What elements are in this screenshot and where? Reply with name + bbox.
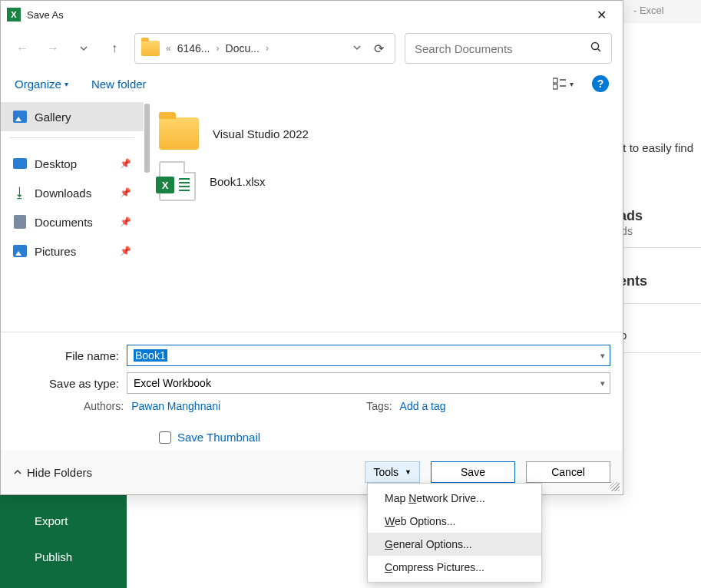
folder-icon <box>141 41 160 56</box>
excel-titlebar-text: - Excel <box>633 5 664 16</box>
dialog-title: Save As <box>27 9 64 21</box>
tools-button[interactable]: Tools ▼ <box>365 461 420 483</box>
pictures-icon <box>13 245 27 257</box>
tools-menu: Map Network Drive... Web Options... Gene… <box>367 483 542 583</box>
hide-folders-button[interactable]: Hide Folders <box>13 466 92 479</box>
backstage-publish[interactable]: Publish <box>35 550 72 563</box>
pin-icon: 📌 <box>120 216 131 227</box>
file-name: Book1.xlsx <box>210 175 266 188</box>
tools-compress-pictures[interactable]: Compress Pictures... <box>368 556 541 579</box>
dialog-titlebar: X Save As ✕ <box>1 1 623 28</box>
sidebar-item-label: Downloads <box>35 187 91 200</box>
sidebar-item-desktop[interactable]: Desktop 📌 <box>1 149 144 178</box>
save-as-dialog: X Save As ✕ ← → ↑ « 6146... › Docu... › … <box>0 0 623 495</box>
bg-divider <box>620 352 701 353</box>
chevron-down-icon: ▾ <box>570 80 574 88</box>
help-button[interactable]: ? <box>592 75 609 92</box>
nav-sidebar: Gallery Desktop 📌 ⭳ Downloads 📌 Document… <box>1 99 144 332</box>
backstage-export[interactable]: Export <box>35 514 68 527</box>
refresh-button[interactable]: ⟳ <box>369 41 389 56</box>
pin-icon: 📌 <box>120 246 131 256</box>
search-box[interactable] <box>405 33 612 64</box>
hide-folders-label: Hide Folders <box>27 466 92 479</box>
filename-input[interactable]: Book1 ▾ <box>127 345 610 366</box>
address-history-button[interactable] <box>349 41 365 55</box>
resize-grip[interactable] <box>610 482 620 491</box>
sidebar-item-gallery[interactable]: Gallery <box>1 102 144 131</box>
excel-file-icon: X <box>159 161 196 201</box>
file-list: Visual Studio 2022 X Book1.xlsx <box>144 99 623 332</box>
filename-value: Book1 <box>134 349 167 362</box>
tools-general-options[interactable]: General Options... <box>368 533 541 556</box>
folder-name: Visual Studio 2022 <box>213 127 309 140</box>
bg-text-hint: it to easily find <box>620 141 693 154</box>
folder-item[interactable]: Visual Studio 2022 <box>159 110 607 157</box>
file-item[interactable]: X Book1.xlsx <box>159 157 607 205</box>
svg-point-0 <box>592 43 599 50</box>
save-form: File name: Book1 ▾ Save as type: Excel W… <box>1 332 623 450</box>
forward-button[interactable]: → <box>42 36 64 61</box>
tools-label: Tools <box>373 466 398 478</box>
sidebar-item-label: Desktop <box>35 157 77 170</box>
new-folder-button[interactable]: New folder <box>91 78 147 91</box>
sidebar-item-label: Gallery <box>35 111 71 124</box>
save-thumbnail-label[interactable]: Save Thumbnail <box>177 431 260 444</box>
sidebar-item-documents[interactable]: Documents 📌 <box>1 207 144 236</box>
authors-label: Authors: <box>84 400 124 412</box>
chevron-down-icon[interactable]: ▾ <box>600 378 605 388</box>
sidebar-item-pictures[interactable]: Pictures 📌 <box>1 236 144 266</box>
bg-divider <box>620 303 701 304</box>
back-button[interactable]: ← <box>12 36 33 61</box>
tags-value[interactable]: Add a tag <box>400 400 446 412</box>
up-button[interactable]: ↑ <box>104 36 125 61</box>
documents-icon <box>14 215 26 229</box>
folder-icon <box>159 117 199 150</box>
search-icon[interactable] <box>590 41 602 56</box>
sidebar-scrollbar[interactable] <box>144 104 150 173</box>
dialog-body: Gallery Desktop 📌 ⭳ Downloads 📌 Document… <box>1 99 623 332</box>
pin-icon: 📌 <box>120 158 131 169</box>
excel-icon: X <box>7 8 21 21</box>
recent-locations-button[interactable] <box>73 36 94 61</box>
sidebar-item-label: Pictures <box>35 245 76 258</box>
svg-rect-3 <box>553 84 557 89</box>
organize-menu[interactable]: Organize ▾ <box>15 78 68 91</box>
savetype-label: Save as type: <box>13 377 127 390</box>
authors-value[interactable]: Pawan Manghnani <box>131 400 220 412</box>
address-bar[interactable]: « 6146... › Docu... › ⟳ <box>134 33 395 64</box>
downloads-icon: ⭳ <box>13 186 27 200</box>
sidebar-divider <box>10 137 134 138</box>
view-icon <box>553 78 567 90</box>
chevron-down-icon[interactable]: ▾ <box>600 351 605 361</box>
sidebar-item-label: Documents <box>35 216 93 229</box>
sidebar-item-downloads[interactable]: ⭳ Downloads 📌 <box>1 178 144 207</box>
gallery-icon <box>13 111 27 123</box>
view-options-button[interactable]: ▾ <box>553 78 574 90</box>
desktop-icon <box>13 158 27 169</box>
chevron-down-icon: ▼ <box>405 468 412 476</box>
organize-label: Organize <box>15 78 61 91</box>
savetype-value: Excel Workbook <box>134 377 211 389</box>
cancel-button[interactable]: Cancel <box>526 461 610 483</box>
pin-icon: 📌 <box>120 187 131 198</box>
save-thumbnail-checkbox[interactable] <box>159 431 171 444</box>
crumb-sep: « <box>166 43 171 54</box>
excel-backstage-sidebar <box>0 495 127 588</box>
filename-label: File name: <box>13 349 127 362</box>
breadcrumb-seg1[interactable]: 6146... <box>177 42 210 55</box>
save-button[interactable]: Save <box>431 461 515 483</box>
chevron-right-icon[interactable]: › <box>266 43 269 54</box>
svg-rect-2 <box>553 78 557 83</box>
tags-label: Tags: <box>366 400 392 412</box>
tools-map-drive[interactable]: Map Network Drive... <box>368 487 541 510</box>
search-input[interactable] <box>415 42 590 55</box>
close-button[interactable]: ✕ <box>586 3 617 26</box>
tools-web-options[interactable]: Web Options... <box>368 510 541 533</box>
toolbar: Organize ▾ New folder ▾ ? <box>1 68 623 99</box>
chevron-up-icon <box>13 466 22 479</box>
chevron-down-icon: ▾ <box>64 80 68 88</box>
savetype-select[interactable]: Excel Workbook ▾ <box>127 372 610 394</box>
svg-line-1 <box>598 49 601 52</box>
chevron-right-icon[interactable]: › <box>217 43 220 54</box>
breadcrumb-seg2[interactable]: Docu... <box>226 42 260 55</box>
